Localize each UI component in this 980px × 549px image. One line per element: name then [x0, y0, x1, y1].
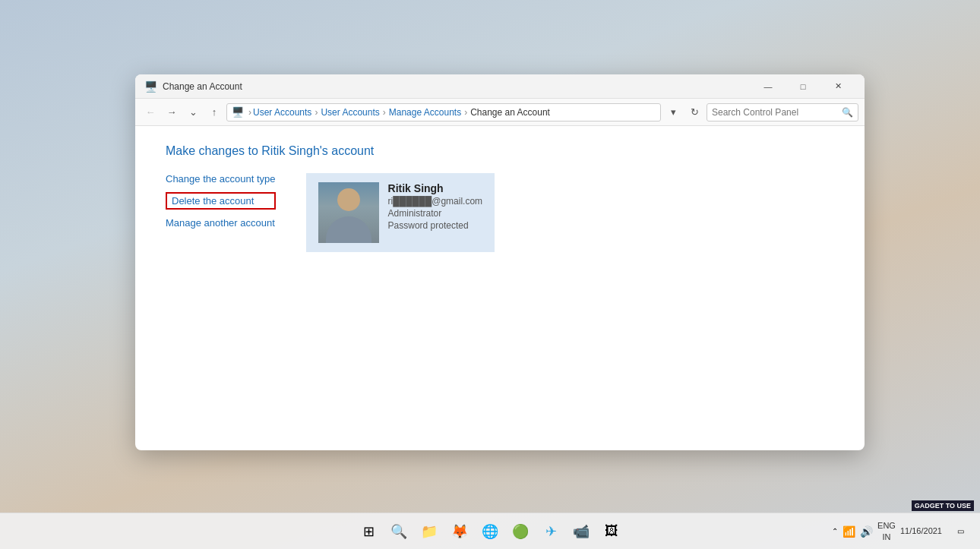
taskbar-right: ⌃ 📶 🔊 ENGIN 11/16/2021 ▭ — [832, 518, 974, 545]
show-desktop-button[interactable]: ▭ — [947, 518, 974, 545]
breadcrumb-sep0: › — [248, 107, 251, 118]
breadcrumb-sep1: › — [315, 107, 318, 118]
maximize-button[interactable]: □ — [786, 74, 820, 99]
desktop: 🖥️ Change an Account — □ ✕ ← → ⌄ ↑ 🖥️ › … — [0, 0, 980, 549]
back-button[interactable]: ← — [141, 103, 160, 121]
titlebar: 🖥️ Change an Account — □ ✕ — [135, 74, 865, 99]
close-button[interactable]: ✕ — [820, 74, 855, 99]
breadcrumb-sep3: › — [464, 107, 467, 118]
account-info: Ritik Singh ri██████@gmail.com Administr… — [388, 182, 483, 231]
control-panel-window: 🖥️ Change an Account — □ ✕ ← → ⌄ ↑ 🖥️ › … — [135, 74, 865, 450]
account-role: Administrator — [388, 208, 483, 219]
window-controls: — □ ✕ — [751, 74, 855, 99]
tray-chevron[interactable]: ⌃ — [832, 527, 838, 535]
breadcrumb-sep2: › — [383, 107, 386, 118]
delete-account-link[interactable]: Delete the account — [166, 192, 276, 210]
edge-button[interactable]: 🌐 — [476, 518, 504, 545]
addressbar: ← → ⌄ ↑ 🖥️ › User Accounts › User Accoun… — [135, 99, 865, 126]
system-tray-icons: ⌃ 📶 🔊 — [832, 525, 873, 538]
search-icon: 🔍 — [842, 107, 853, 118]
meet-button[interactable]: 📹 — [567, 518, 595, 545]
minimize-button[interactable]: — — [751, 74, 786, 99]
breadcrumb-manage[interactable]: Manage Accounts — [389, 107, 461, 118]
breadcrumb-useraccts2[interactable]: User Accounts — [321, 107, 379, 118]
language-indicator[interactable]: ENGIN — [877, 520, 896, 542]
breadcrumb-useraccts1[interactable]: User Accounts — [253, 107, 311, 118]
breadcrumb-dropdown-button[interactable]: ▾ — [664, 103, 682, 121]
content-area: Make changes to Ritik Singh's account Ch… — [135, 126, 865, 450]
up-button[interactable]: ↑ — [205, 103, 223, 121]
firefox-button[interactable]: 🦊 — [446, 518, 473, 545]
breadcrumb-bar: 🖥️ › User Accounts › User Accounts › Man… — [226, 103, 661, 121]
breadcrumb-current: Change an Account — [470, 107, 550, 118]
account-card: Ritik Singh ri██████@gmail.com Administr… — [306, 173, 495, 252]
recent-button[interactable]: ⌄ — [184, 103, 202, 121]
account-name: Ritik Singh — [388, 182, 483, 194]
page-title: Make changes to Ritik Singh's account — [166, 144, 834, 158]
window-icon: 🖥️ — [144, 80, 156, 93]
volume-icon: 🔊 — [860, 525, 873, 538]
telegram-button[interactable]: ✈ — [537, 518, 564, 545]
avatar — [318, 182, 379, 243]
account-email: ri██████@gmail.com — [388, 196, 483, 207]
taskbar: ⊞ 🔍 📁 🦊 🌐 🟢 ✈ 📹 🖼 ⌃ 📶 🔊 ENGIN 11/16/2021… — [0, 513, 980, 549]
forward-button[interactable]: → — [163, 103, 181, 121]
watermark: GADGET TO USE — [912, 500, 974, 511]
system-clock[interactable]: 11/16/2021 — [900, 525, 942, 537]
refresh-button[interactable]: ↻ — [685, 103, 703, 121]
file-explorer-button[interactable]: 📁 — [416, 518, 443, 545]
avatar-image — [318, 182, 379, 243]
search-input[interactable] — [712, 107, 839, 118]
taskbar-center: ⊞ 🔍 📁 🦊 🌐 🟢 ✈ 📹 🖼 — [355, 518, 625, 545]
start-button[interactable]: ⊞ — [355, 518, 382, 545]
search-taskbar-button[interactable]: 🔍 — [385, 518, 413, 545]
wifi-icon: 📶 — [842, 525, 855, 538]
window-title: Change an Account — [163, 81, 751, 92]
account-status: Password protected — [388, 220, 483, 231]
main-content: Change the account type Delete the accou… — [166, 173, 834, 252]
manage-another-account-link[interactable]: Manage another account — [166, 217, 276, 229]
photos-button[interactable]: 🖼 — [598, 518, 625, 545]
cp-icon: 🖥️ — [232, 106, 244, 118]
change-account-type-link[interactable]: Change the account type — [166, 173, 276, 185]
actions-panel: Change the account type Delete the accou… — [166, 173, 276, 252]
search-box: 🔍 — [707, 103, 858, 121]
chrome-button[interactable]: 🟢 — [507, 518, 534, 545]
